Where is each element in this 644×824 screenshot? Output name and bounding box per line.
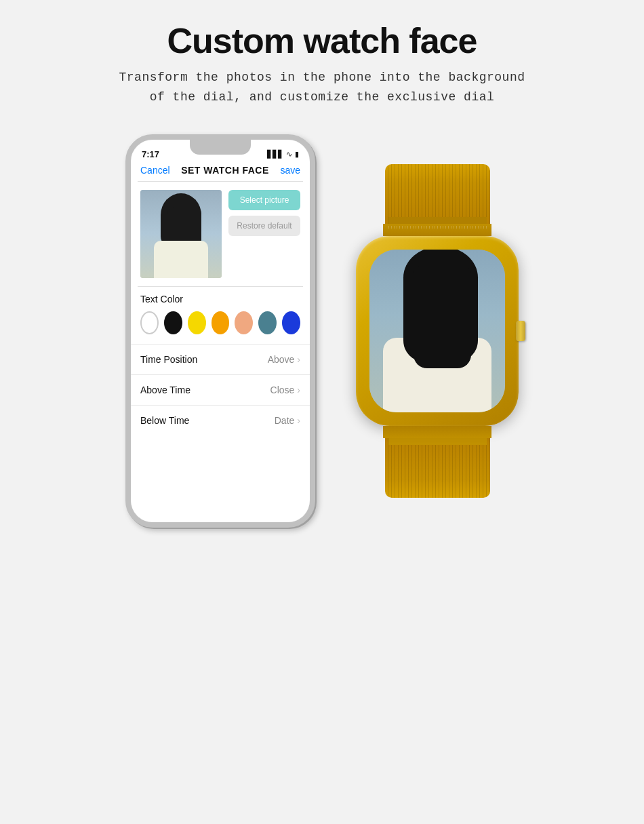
page-subtitle: Transform the photos in the phone into t…	[119, 68, 525, 107]
watch-girl-hair	[403, 250, 478, 361]
color-swatch-orange[interactable]	[212, 311, 230, 334]
watch-connector-bottom	[383, 426, 491, 438]
select-picture-button[interactable]: Select picture	[228, 190, 300, 210]
girl-body	[154, 241, 208, 278]
girl-hair	[161, 193, 201, 248]
color-swatch-teal[interactable]	[258, 311, 277, 334]
settings-list: Time Position Above › Above Time Close ›…	[131, 344, 310, 435]
phone-notch	[190, 140, 251, 155]
photo-section: Select picture Restore default	[131, 182, 310, 286]
watch-screen	[369, 250, 505, 412]
setting-value-below-time: Date ›	[275, 415, 300, 426]
restore-default-button[interactable]: Restore default	[228, 216, 300, 236]
watch-band-bottom	[385, 437, 490, 498]
watch-connector-top	[383, 224, 491, 236]
color-swatch-yellow[interactable]	[188, 311, 206, 334]
watch-case	[356, 236, 519, 426]
watch-preview-image	[140, 190, 222, 278]
watch-girl-image	[369, 250, 505, 412]
chevron-right-icon-2: ›	[297, 385, 300, 395]
color-swatch-black[interactable]	[164, 311, 182, 334]
chevron-right-icon: ›	[297, 354, 300, 365]
girl-silhouette	[140, 190, 222, 278]
setting-above-time[interactable]: Above Time Close ›	[131, 374, 310, 405]
battery-icon: ▮	[295, 150, 299, 159]
color-swatch-light-orange[interactable]	[235, 311, 253, 334]
save-button[interactable]: save	[280, 165, 300, 176]
cancel-button[interactable]: Cancel	[140, 165, 170, 176]
text-color-section: Text Color	[131, 287, 310, 341]
setting-below-time[interactable]: Below Time Date ›	[131, 405, 310, 435]
setting-label-below-time: Below Time	[140, 415, 189, 426]
status-icons: ▋▋▋ ∿ ▮	[267, 150, 299, 159]
chevron-right-icon-3: ›	[297, 415, 300, 426]
page-title: Custom watch face	[119, 20, 525, 61]
main-content: 7:17 ▋▋▋ ∿ ▮ Cancel SET WATCH FACE save	[0, 134, 644, 528]
text-color-label: Text Color	[140, 294, 300, 305]
status-time: 7:17	[142, 149, 159, 159]
watch-mockup	[356, 164, 519, 498]
setting-value-above-time: Close ›	[270, 385, 300, 395]
watch-band-top	[385, 164, 490, 225]
phone-screen: 7:17 ▋▋▋ ∿ ▮ Cancel SET WATCH FACE save	[131, 140, 310, 522]
color-swatches	[140, 311, 300, 334]
setting-label-time-position: Time Position	[140, 354, 197, 365]
color-swatch-blue[interactable]	[282, 311, 300, 334]
photo-buttons: Select picture Restore default	[228, 190, 300, 236]
setting-label-above-time: Above Time	[140, 385, 190, 395]
screen-title: SET WATCH FACE	[181, 165, 269, 176]
wifi-icon: ∿	[286, 150, 292, 159]
phone-mockup: 7:17 ▋▋▋ ∿ ▮ Cancel SET WATCH FACE save	[125, 134, 315, 528]
watch-crown	[516, 321, 525, 341]
signal-icon: ▋▋▋	[267, 150, 283, 159]
setting-time-position[interactable]: Time Position Above ›	[131, 344, 310, 374]
page-header: Custom watch face Transform the photos i…	[119, 20, 525, 107]
color-swatch-white[interactable]	[140, 311, 159, 334]
nav-bar: Cancel SET WATCH FACE save	[131, 162, 310, 181]
setting-value-time-position: Above ›	[268, 354, 300, 365]
